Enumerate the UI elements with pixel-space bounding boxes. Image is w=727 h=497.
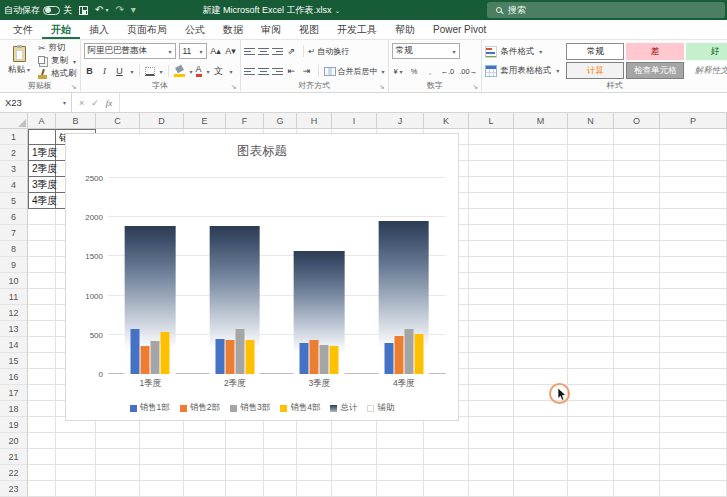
undo-icon[interactable]: ↶▾ <box>95 5 108 15</box>
cell-P9[interactable] <box>660 257 727 273</box>
format-painter-button[interactable]: 格式刷 <box>38 68 77 80</box>
autosave-toggle[interactable]: 自动保存 关 <box>4 4 72 17</box>
cell-M1[interactable] <box>514 129 568 145</box>
underline-button[interactable]: U <box>114 64 126 79</box>
cell-P16[interactable] <box>660 369 727 385</box>
formula-input[interactable] <box>120 93 727 112</box>
cell-N15[interactable] <box>568 353 614 369</box>
cell-A20[interactable] <box>28 433 56 449</box>
cell-P6[interactable] <box>660 209 727 225</box>
column-header-D[interactable]: D <box>140 113 184 129</box>
column-header-K[interactable]: K <box>424 113 469 129</box>
cell-L9[interactable] <box>469 257 514 273</box>
column-header-H[interactable]: H <box>297 113 332 129</box>
cell-P3[interactable] <box>660 161 727 177</box>
bold-button[interactable]: B <box>84 64 96 79</box>
bar-segment[interactable] <box>215 339 224 374</box>
cell-L15[interactable] <box>469 353 514 369</box>
cell-M6[interactable] <box>514 209 568 225</box>
cell-M8[interactable] <box>514 241 568 257</box>
cell-N10[interactable] <box>568 273 614 289</box>
cell-N8[interactable] <box>568 241 614 257</box>
cell-I23[interactable] <box>332 481 377 497</box>
cell-P13[interactable] <box>660 321 727 337</box>
autosave-switch-icon[interactable] <box>43 6 60 15</box>
decrease-decimal-button[interactable]: .00→ <box>458 64 478 78</box>
cell-A16[interactable] <box>28 369 56 385</box>
name-box[interactable]: X23▾ <box>0 93 72 112</box>
cell-P22[interactable] <box>660 465 727 481</box>
cell-N1[interactable] <box>568 129 614 145</box>
cell-N6[interactable] <box>568 209 614 225</box>
legend-item[interactable]: 销售2部 <box>180 402 220 414</box>
cell-J21[interactable] <box>377 449 424 465</box>
cell-P10[interactable] <box>660 273 727 289</box>
row-header-15[interactable]: 15 <box>0 353 28 369</box>
cell-A14[interactable] <box>28 337 56 353</box>
row-header-14[interactable]: 14 <box>0 337 28 353</box>
cell-A9[interactable] <box>28 257 56 273</box>
percent-style-button[interactable]: % <box>408 64 421 78</box>
cell-O19[interactable] <box>614 417 660 433</box>
cell-A2[interactable]: 1季度 <box>28 145 56 161</box>
chart-title[interactable]: 图表标题 <box>66 134 458 160</box>
cell-M20[interactable] <box>514 433 568 449</box>
cell-I22[interactable] <box>332 465 377 481</box>
bar-segment[interactable] <box>414 334 423 374</box>
cell-L11[interactable] <box>469 289 514 305</box>
bar-segment[interactable] <box>235 329 244 374</box>
number-format-select[interactable]: 常规▾ <box>392 43 460 59</box>
cell-C21[interactable] <box>96 449 140 465</box>
cell-B23[interactable] <box>56 481 96 497</box>
bar-segment[interactable] <box>310 340 319 374</box>
cell-A7[interactable] <box>28 225 56 241</box>
cell-G22[interactable] <box>264 465 297 481</box>
cell-A11[interactable] <box>28 289 56 305</box>
cell-P1[interactable] <box>660 129 727 145</box>
cell-N2[interactable] <box>568 145 614 161</box>
cell-L13[interactable] <box>469 321 514 337</box>
cell-L18[interactable] <box>469 401 514 417</box>
cell-B22[interactable] <box>56 465 96 481</box>
cell-A3[interactable]: 2季度 <box>28 161 56 177</box>
row-header-1[interactable]: 1 <box>0 129 28 145</box>
legend-item[interactable]: 总计 <box>330 402 357 414</box>
cell-O22[interactable] <box>614 465 660 481</box>
cell-P8[interactable] <box>660 241 727 257</box>
cell-P4[interactable] <box>660 177 727 193</box>
cell-A15[interactable] <box>28 353 56 369</box>
cell-D21[interactable] <box>140 449 184 465</box>
dialog-launcher-icon[interactable]: ↘ <box>379 83 385 90</box>
cell-O9[interactable] <box>614 257 660 273</box>
cell-G21[interactable] <box>264 449 297 465</box>
select-all-corner[interactable] <box>0 113 28 129</box>
cell-O2[interactable] <box>614 145 660 161</box>
cell-L14[interactable] <box>469 337 514 353</box>
cell-N9[interactable] <box>568 257 614 273</box>
bar-segment[interactable] <box>161 332 170 374</box>
column-header-J[interactable]: J <box>377 113 424 129</box>
column-header-G[interactable]: G <box>264 113 297 129</box>
cell-A10[interactable] <box>28 273 56 289</box>
cell-O16[interactable] <box>614 369 660 385</box>
cell-N4[interactable] <box>568 177 614 193</box>
cell-I20[interactable] <box>332 433 377 449</box>
cell-O3[interactable] <box>614 161 660 177</box>
enter-icon[interactable]: ✓ <box>91 98 99 108</box>
cell-L19[interactable] <box>469 417 514 433</box>
cell-A5[interactable]: 4季度 <box>28 193 56 209</box>
bar-segment[interactable] <box>141 346 150 374</box>
cell-A19[interactable] <box>28 417 56 433</box>
column-header-E[interactable]: E <box>184 113 226 129</box>
cell-L10[interactable] <box>469 273 514 289</box>
cell-N13[interactable] <box>568 321 614 337</box>
bar-segment[interactable] <box>151 341 160 374</box>
cut-button[interactable]: ✂剪切 <box>38 42 77 54</box>
cell-O15[interactable] <box>614 353 660 369</box>
search-box[interactable]: 搜索 <box>487 2 725 18</box>
cell-style-item[interactable]: 计算 <box>566 62 624 79</box>
cell-C22[interactable] <box>96 465 140 481</box>
row-header-11[interactable]: 11 <box>0 289 28 305</box>
cell-P15[interactable] <box>660 353 727 369</box>
cell-C23[interactable] <box>96 481 140 497</box>
